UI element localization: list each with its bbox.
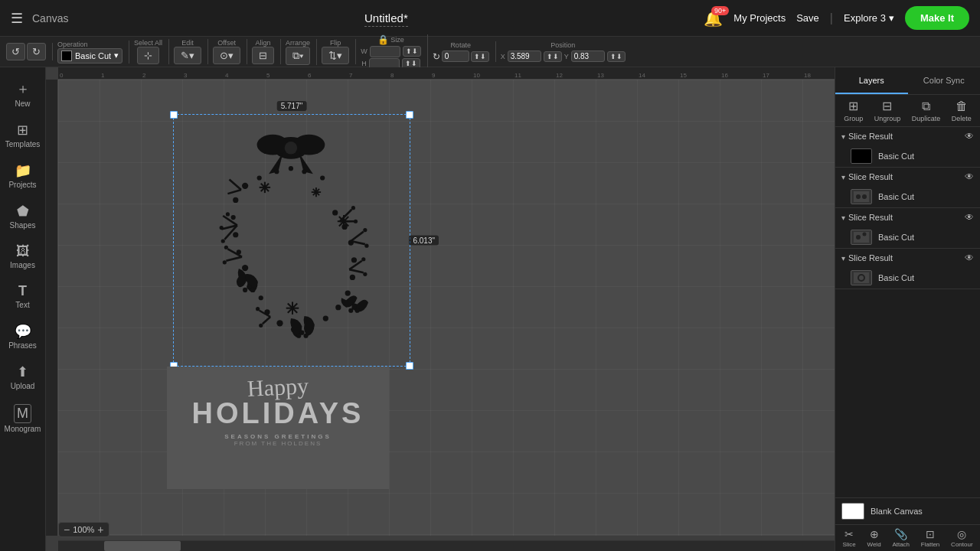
weld-tool-label: Weld xyxy=(867,541,881,548)
size-w-stepper[interactable]: ⬆⬇ xyxy=(403,46,421,57)
slice-header-1[interactable]: ▾ Slice Result 👁 xyxy=(835,127,980,145)
slice-header-2[interactable]: ▾ Slice Result 👁 xyxy=(835,168,980,186)
svg-line-46 xyxy=(349,269,364,272)
svg-point-51 xyxy=(363,228,367,232)
hamburger-menu-button[interactable]: ☰ xyxy=(11,10,23,27)
scrollbar-thumb[interactable] xyxy=(104,541,181,551)
operation-value: Basic Cut xyxy=(75,51,111,60)
edit-button[interactable]: ✎▾ xyxy=(174,47,201,64)
svg-point-48 xyxy=(363,272,367,276)
pos-y-input[interactable] xyxy=(571,51,605,62)
slice-eye-2[interactable]: 👁 xyxy=(965,171,974,182)
sidebar-label-templates: Templates xyxy=(5,140,41,148)
flip-button[interactable]: ⇅▾ xyxy=(322,47,349,64)
sidebar-item-monogram[interactable]: M Monogram xyxy=(3,398,43,439)
handle-bottom-right[interactable] xyxy=(406,362,413,370)
flatten-tool-label: Flatten xyxy=(921,541,939,548)
my-projects-button[interactable]: My Projects xyxy=(733,12,786,24)
explore-button[interactable]: Explore 3 ▾ xyxy=(844,12,894,24)
svg-point-59 xyxy=(348,308,353,313)
arrange-button[interactable]: ⧉▾ xyxy=(286,47,310,65)
svg-point-38 xyxy=(335,305,341,310)
svg-point-82 xyxy=(856,194,861,199)
svg-point-86 xyxy=(863,233,867,236)
rotate-input[interactable]: 0 xyxy=(442,51,469,62)
slice-eye-1[interactable]: 👁 xyxy=(965,131,974,142)
svg-point-39 xyxy=(345,290,351,295)
duplicate-label: Duplicate xyxy=(912,115,941,122)
card-happy-text: Happy xyxy=(247,374,309,400)
topbar-title: Untitled* xyxy=(77,11,694,24)
zoom-level-display: 100% xyxy=(73,525,94,534)
size-w-input[interactable] xyxy=(370,46,400,57)
sidebar-item-phrases[interactable]: 💬 Phrases xyxy=(3,317,43,356)
layer-item-3[interactable]: Basic Cut xyxy=(835,227,980,248)
delete-button[interactable]: 🗑 Delete xyxy=(952,99,972,122)
tab-color-sync[interactable]: Color Sync xyxy=(908,67,981,94)
svg-point-16 xyxy=(226,212,230,216)
holiday-card[interactable]: Happy HOLIDAYS SEASONS GREETINGS FROM TH… xyxy=(167,367,389,489)
layer-item-1[interactable]: Basic Cut xyxy=(835,145,980,167)
svg-point-17 xyxy=(220,226,224,230)
slice-tool-button[interactable]: ✂ Slice xyxy=(842,528,855,548)
svg-point-72 xyxy=(274,169,279,174)
upload-icon: ⬆ xyxy=(17,364,28,380)
sidebar-item-text[interactable]: T Text xyxy=(3,277,43,315)
svg-point-40 xyxy=(350,275,355,280)
flatten-tool-button[interactable]: ⊡ Flatten xyxy=(921,528,939,548)
sidebar-item-shapes[interactable]: ⬟ Shapes xyxy=(3,197,43,236)
rotate-stepper[interactable]: ⬆⬇ xyxy=(471,51,489,62)
design-selection-container[interactable]: 5.717" 6.013" xyxy=(173,114,410,367)
svg-point-63 xyxy=(354,220,358,223)
offset-button[interactable]: ⊙▾ xyxy=(213,47,240,64)
sidebar-item-images[interactable]: 🖼 Images xyxy=(3,237,43,276)
canvas-workspace[interactable]: 5.717" 6.013" xyxy=(58,80,835,536)
make-it-button[interactable]: Make It xyxy=(905,6,969,30)
svg-point-47 xyxy=(361,257,365,261)
attach-tool-button[interactable]: 📎 Attach xyxy=(892,528,910,548)
blank-canvas-swatch[interactable] xyxy=(841,503,864,520)
save-button[interactable]: Save xyxy=(796,12,819,24)
zoom-in-button[interactable]: + xyxy=(97,524,103,535)
slice-header-3[interactable]: ▾ Slice Result 👁 xyxy=(835,208,980,227)
undo-button[interactable]: ↺ xyxy=(6,43,25,60)
tab-layers[interactable]: Layers xyxy=(835,67,908,94)
sidebar-item-new[interactable]: ＋ New xyxy=(3,73,43,114)
contour-tool-button[interactable]: ◎ Contour xyxy=(951,528,972,548)
slice-header-4[interactable]: ▾ Slice Result 👁 xyxy=(835,249,980,267)
group-icon: ⊞ xyxy=(848,99,858,113)
contour-tool-icon: ◎ xyxy=(957,528,966,540)
sidebar-item-templates[interactable]: ⊞ Templates xyxy=(3,116,43,155)
handle-top-right[interactable] xyxy=(406,111,413,119)
redo-button[interactable]: ↻ xyxy=(27,43,46,60)
sidebar-label-projects: Projects xyxy=(8,181,36,189)
pos-y-stepper[interactable]: ⬆⬇ xyxy=(607,51,626,62)
zoom-out-button[interactable]: − xyxy=(64,524,70,535)
svg-point-73 xyxy=(289,166,293,171)
operation-select[interactable]: Basic Cut ▾ xyxy=(57,48,122,64)
sidebar-item-upload[interactable]: ⬆ Upload xyxy=(3,357,43,396)
layer-item-4[interactable]: Basic Cut xyxy=(835,267,980,289)
ungroup-button[interactable]: ⊟ Ungroup xyxy=(874,99,901,122)
weld-tool-button[interactable]: ⊕ Weld xyxy=(867,528,881,548)
dimension-side-label: 6.013" xyxy=(409,236,439,246)
duplicate-icon: ⧉ xyxy=(922,99,930,113)
pos-x-input[interactable] xyxy=(508,51,541,62)
group-button[interactable]: ⊞ Group xyxy=(844,99,863,122)
sidebar-item-projects[interactable]: 📁 Projects xyxy=(3,156,43,195)
chevron-down-icon: ▾ xyxy=(889,12,894,24)
svg-point-3 xyxy=(285,142,298,155)
svg-point-22 xyxy=(223,260,227,264)
horizontal-scrollbar[interactable] xyxy=(58,540,835,551)
handle-top-left[interactable] xyxy=(170,111,178,119)
slice-eye-4[interactable]: 👁 xyxy=(965,253,974,263)
slice-eye-3[interactable]: 👁 xyxy=(965,212,974,223)
duplicate-button[interactable]: ⧉ Duplicate xyxy=(912,99,941,122)
layer-item-2[interactable]: Basic Cut xyxy=(835,186,980,207)
notifications-button[interactable]: 🔔 90+ xyxy=(704,9,723,28)
align-button[interactable]: ⊟ xyxy=(252,47,274,64)
contour-tool-label: Contour xyxy=(951,541,972,548)
card-sub2-text: FROM THE HOLDENS xyxy=(175,440,381,447)
pos-x-stepper[interactable]: ⬆⬇ xyxy=(544,51,562,62)
select-all-button[interactable]: ⊹ xyxy=(137,47,159,64)
